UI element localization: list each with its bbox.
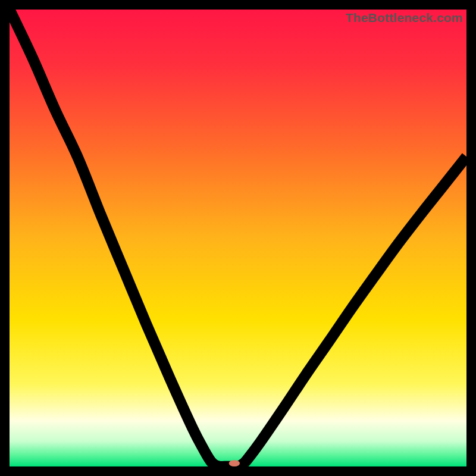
optimum-marker (229, 460, 240, 466)
curve-layer (10, 10, 466, 466)
watermark-text: TheBottleneck.com (346, 11, 463, 25)
bottleneck-curve (10, 10, 466, 466)
plot-area: TheBottleneck.com (10, 10, 466, 466)
chart-frame: TheBottleneck.com (0, 0, 476, 476)
